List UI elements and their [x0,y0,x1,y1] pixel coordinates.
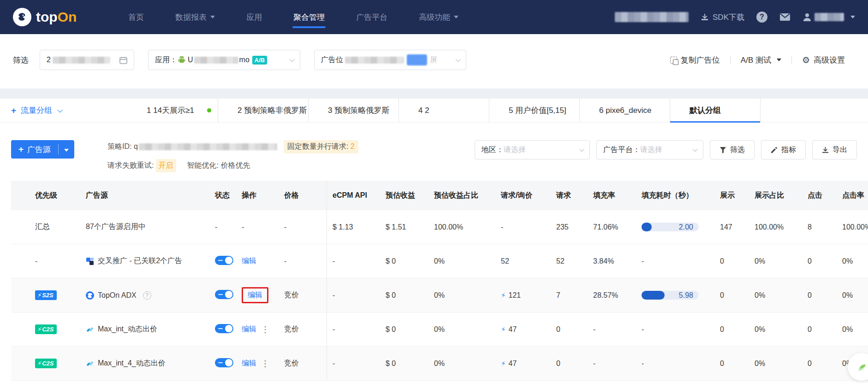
tab-group-3[interactable]: 3 预制策略俄罗斯 [308,99,398,122]
fixed-request-chip: 固定数量并行请求: 2 [284,140,358,153]
edit-link[interactable]: 编辑 [248,291,262,299]
fill-rate-cell: - [588,359,636,368]
copy-placement-button[interactable]: 复制广告位 [660,55,730,65]
add-ad-source-button[interactable]: +广告源 [11,140,74,159]
edit-link[interactable]: 编辑 [242,257,256,265]
bolt-icon: ⚡ [501,325,506,333]
region-select[interactable]: 地区：请选择 [475,140,590,159]
redacted-app-name [194,57,238,64]
c2s-badge: ⚡C2S [35,324,57,334]
tab-group-5[interactable]: 5 用户价值[5,15] [489,99,579,122]
clicks-cell: 0 [802,291,837,300]
chevron-down-icon [579,147,584,152]
revenue-pct-cell: 0% [428,325,495,334]
request-bid-cell[interactable]: ⚡121 [495,291,551,300]
revenue-cell: $ 0 [380,359,428,368]
topon-logo-text: topOn [36,9,77,25]
tab-default-group[interactable]: 默认分组 [670,99,760,122]
mail-icon[interactable] [779,13,791,21]
nav-item-apps[interactable]: 应用 [245,1,263,34]
nav-item-advanced[interactable]: 高级功能 [418,1,459,34]
impressions-pct-cell: 0% [749,325,802,334]
help-icon[interactable]: ? [756,12,767,23]
tab-group-6[interactable]: 6 pixe6_device [579,99,670,122]
sdk-download-link[interactable]: SDK下载 [701,12,744,23]
c2s-badge: ⚡C2S [35,359,57,368]
ab-badge: A/B [252,56,267,65]
caret-down-icon [777,59,781,61]
filter-bar: 筛选 2 应用： U mo A/B 广告位 屏 复制广告位 A/B 测试 ⚙ 高… [0,34,868,88]
plus-icon: + [11,106,16,116]
more-menu-icon[interactable]: ⋮ [261,325,269,334]
ctr-cell: 0% [837,257,868,265]
col-impressions: 展示 [714,191,749,200]
source-cell: TopOn ADX ? [80,291,209,300]
ad-source-table: 优先级 广告源 状态 操作 价格 eCPM API 预估收益 预估收益占比 请求… [0,181,868,381]
date-range-input[interactable]: 2 [40,50,134,70]
export-button[interactable]: 导出 [812,140,857,159]
fill-time-cell: - [636,359,714,368]
tab-group-2[interactable]: 2 预制策略非俄罗斯 [218,99,308,122]
toolbar-right: 地区：请选择 广告平台：请选择 筛选 指标 导出 [475,140,857,159]
fill-time-cell: 2.00 [636,223,714,231]
filter-actions: 复制广告位 A/B 测试 ⚙ 高级设置 [660,55,855,65]
android-icon [178,56,185,64]
edit-highlight-box: 编辑 [242,287,268,303]
impressions-pct-cell: 0% [749,359,802,368]
topon-logo[interactable]: topOn [13,8,77,26]
edit-link[interactable]: 编辑 [242,325,256,333]
progress-value: 2.00 [679,223,699,231]
table-row-topon-adx: ⚡S2S TopOn ADX ? 编辑 竞价 - $ 0 0% ⚡121 7 2… [11,278,868,312]
request-bid-cell[interactable]: ⚡47 [495,325,551,334]
filter-button[interactable]: 筛选 [710,140,755,159]
revenue-cell: $ 1.51 [380,223,428,231]
add-traffic-group-button[interactable]: + 流量分组 [0,105,127,116]
help-icon[interactable]: ? [143,291,151,300]
nav-menu: 首页 数据报表 应用 聚合管理 广告平台 高级功能 [127,1,459,34]
col-est-revenue: 预估收益 [380,191,428,200]
cross-promo-icon [86,257,94,265]
status-cell [209,290,236,301]
edit-link[interactable]: 编辑 [242,359,256,367]
toolbar: +广告源 策略ID: q 固定数量并行请求: 2 请求失败重试: 开启 智能优化… [0,123,868,181]
placement-select[interactable]: 广告位 屏 [314,50,466,70]
request-bid-cell[interactable]: ⚡47 [495,359,551,368]
revenue-cell: $ 0 [380,291,428,300]
add-source-dropdown[interactable] [59,145,74,154]
nav-item-reports[interactable]: 数据报表 [174,1,216,34]
action-cell: 编辑 [236,287,279,303]
progress-value: 5.98 [679,291,699,300]
network-select[interactable]: 广告平台：请选择 [596,140,703,159]
price-cell: 竞价 [279,278,327,312]
fill-rate-cell[interactable]: 71.06% [588,223,636,231]
section-divider [0,88,868,99]
status-toggle-on[interactable] [215,324,233,333]
fill-rate-cell[interactable]: 28.57% [588,291,636,300]
bolt-icon: ⚡ [37,360,41,367]
app-select[interactable]: 应用： U mo A/B [148,50,300,70]
account-menu[interactable] [803,12,855,22]
action-cell: 编辑⋮ [236,359,279,369]
advanced-settings-button[interactable]: ⚙ 高级设置 [792,55,855,65]
nav-item-networks[interactable]: 广告平台 [355,1,388,34]
tab-group-1[interactable]: 1 14天展示≥1 [127,99,218,122]
max-network-icon [86,325,94,334]
status-toggle-on[interactable] [215,256,233,265]
col-fill-rate: 填充率 [588,191,636,200]
status-toggle-on[interactable] [215,290,233,299]
progress-fill [642,223,652,231]
table-header-row: 优先级 广告源 状态 操作 价格 eCPM API 预估收益 预估收益占比 请求… [11,181,868,210]
fill-time-progress: 5.98 [642,291,699,300]
status-cell [209,358,236,369]
nav-item-home[interactable]: 首页 [127,1,145,34]
action-cell: 编辑⋮ [236,324,279,335]
ab-test-button[interactable]: A/B 测试 [731,55,791,65]
more-menu-icon[interactable]: ⋮ [261,359,269,368]
user-icon [803,12,812,22]
status-toggle-on[interactable] [215,358,233,367]
calendar-icon [119,56,127,64]
tab-group-4[interactable]: 4 2 [398,99,489,122]
metrics-button[interactable]: 指标 [761,140,806,159]
ecpm-cell: - [327,291,380,300]
nav-item-mediation[interactable]: 聚合管理 [292,1,326,34]
